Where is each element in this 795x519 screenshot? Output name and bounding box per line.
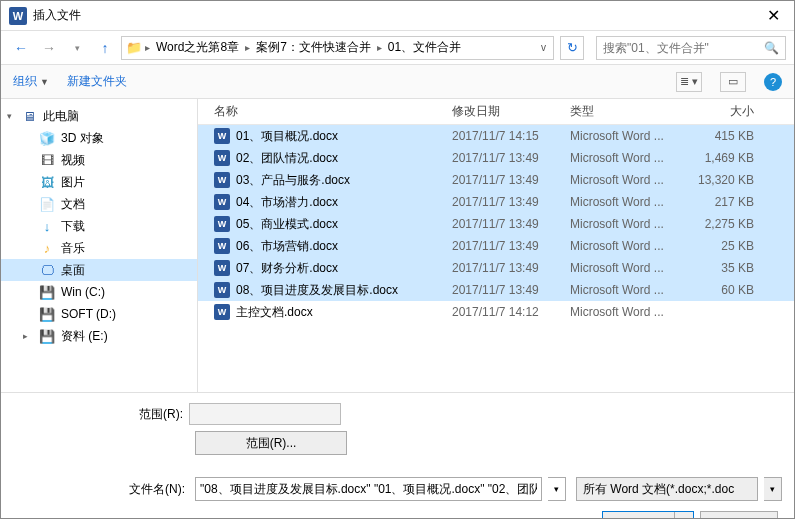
expand-icon[interactable]: ▸ [23, 331, 28, 341]
file-row[interactable]: W08、项目进度及发展目标.docx2017/11/7 13:49Microso… [198, 279, 794, 301]
word-doc-icon: W [214, 194, 230, 210]
filename-label: 文件名(N): [13, 481, 189, 498]
file-name: 03、产品与服务.docx [236, 172, 350, 189]
file-row[interactable]: W03、产品与服务.docx2017/11/7 13:49Microsoft W… [198, 169, 794, 191]
range-button[interactable]: 范围(R)... [195, 431, 347, 455]
navigation-sidebar: ▾🖥此电脑 🧊3D 对象 🎞视频 🖼图片 📄文档 ↓下载 ♪音乐 🖵桌面 💾Wi… [1, 99, 198, 392]
forward-button: → [37, 36, 61, 60]
word-doc-icon: W [214, 216, 230, 232]
document-icon: 📄 [39, 196, 55, 212]
word-icon: W [9, 7, 27, 25]
drive-icon: 💾 [39, 306, 55, 322]
file-row[interactable]: W04、市场潜力.docx2017/11/7 13:49Microsoft Wo… [198, 191, 794, 213]
back-button[interactable]: ← [9, 36, 33, 60]
search-input[interactable] [603, 41, 764, 55]
file-date: 2017/11/7 14:12 [452, 305, 570, 319]
breadcrumb-item[interactable]: 案例7：文件快速合并 [253, 37, 374, 58]
cancel-button[interactable]: 取消 [700, 511, 778, 519]
file-size: 60 KB [686, 283, 766, 297]
filename-dropdown-icon[interactable]: ▾ [548, 477, 566, 501]
sidebar-item-drive-c[interactable]: 💾Win (C:) [1, 281, 197, 303]
sidebar-item-this-pc[interactable]: ▾🖥此电脑 [1, 105, 197, 127]
sidebar-item-downloads[interactable]: ↓下载 [1, 215, 197, 237]
tools-menu[interactable]: 工具(L)▼ [528, 512, 596, 519]
word-doc-icon: W [214, 304, 230, 320]
file-date: 2017/11/7 14:15 [452, 129, 570, 143]
file-type: Microsoft Word ... [570, 151, 686, 165]
range-label: 范围(R): [13, 406, 189, 423]
filename-input[interactable] [200, 482, 537, 496]
word-doc-icon: W [214, 282, 230, 298]
preview-pane-button[interactable]: ▭ [720, 72, 746, 92]
insert-button[interactable]: 插入(S) ▼ [602, 511, 694, 519]
help-button[interactable]: ? [764, 73, 782, 91]
refresh-button[interactable]: ↻ [560, 36, 584, 60]
view-mode-button[interactable]: ≣ ▾ [676, 72, 702, 92]
newfolder-button[interactable]: 新建文件夹 [67, 73, 127, 90]
file-date: 2017/11/7 13:49 [452, 151, 570, 165]
address-dropdown-icon[interactable]: v [538, 42, 549, 53]
bottom-panel: 范围(R): 范围(R)... 文件名(N): ▾ 所有 Word 文档(*.d… [1, 392, 794, 519]
file-row[interactable]: W01、项目概况.docx2017/11/7 14:15Microsoft Wo… [198, 125, 794, 147]
file-row[interactable]: W主控文档.docx2017/11/7 14:12Microsoft Word … [198, 301, 794, 323]
file-row[interactable]: W02、团队情况.docx2017/11/7 13:49Microsoft Wo… [198, 147, 794, 169]
download-icon: ↓ [39, 218, 55, 234]
file-name: 07、财务分析.docx [236, 260, 338, 277]
filter-dropdown-icon[interactable]: ▾ [764, 477, 782, 501]
word-doc-icon: W [214, 172, 230, 188]
file-size: 1,469 KB [686, 151, 766, 165]
window-title: 插入文件 [33, 7, 761, 24]
search-box[interactable]: 🔍 [596, 36, 786, 60]
file-type: Microsoft Word ... [570, 261, 686, 275]
chevron-right-icon[interactable]: ▸ [144, 42, 151, 53]
sidebar-item-drive-e[interactable]: ▸💾资料 (E:) [1, 325, 197, 347]
insert-button-main[interactable]: 插入(S) [603, 512, 675, 519]
close-icon[interactable]: ✕ [761, 6, 786, 25]
sidebar-item-desktop[interactable]: 🖵桌面 [1, 259, 197, 281]
column-headers: 名称 修改日期 类型 大小 [198, 99, 794, 125]
file-date: 2017/11/7 13:49 [452, 283, 570, 297]
file-row[interactable]: W07、财务分析.docx2017/11/7 13:49Microsoft Wo… [198, 257, 794, 279]
sidebar-item-3d-objects[interactable]: 🧊3D 对象 [1, 127, 197, 149]
address-bar[interactable]: 📁 ▸ Word之光第8章 ▸ 案例7：文件快速合并 ▸ 01、文件合并 v [121, 36, 554, 60]
video-icon: 🎞 [39, 152, 55, 168]
file-type: Microsoft Word ... [570, 129, 686, 143]
file-type-filter[interactable]: 所有 Word 文档(*.docx;*.doc [576, 477, 758, 501]
breadcrumb-item[interactable]: 01、文件合并 [385, 37, 464, 58]
file-name: 主控文档.docx [236, 304, 313, 321]
chevron-right-icon[interactable]: ▸ [376, 42, 383, 53]
history-dropdown[interactable]: ▾ [65, 36, 89, 60]
expand-icon[interactable]: ▾ [7, 111, 12, 121]
search-icon[interactable]: 🔍 [764, 41, 779, 55]
range-input [189, 403, 341, 425]
filename-input-wrap[interactable] [195, 477, 542, 501]
file-row[interactable]: W05、商业模式.docx2017/11/7 13:49Microsoft Wo… [198, 213, 794, 235]
file-name: 06、市场营销.docx [236, 238, 338, 255]
breadcrumb-item[interactable]: Word之光第8章 [153, 37, 242, 58]
file-row[interactable]: W06、市场营销.docx2017/11/7 13:49Microsoft Wo… [198, 235, 794, 257]
up-button[interactable]: ↑ [93, 36, 117, 60]
sidebar-item-documents[interactable]: 📄文档 [1, 193, 197, 215]
word-doc-icon: W [214, 260, 230, 276]
file-date: 2017/11/7 13:49 [452, 195, 570, 209]
word-doc-icon: W [214, 128, 230, 144]
file-name: 02、团队情况.docx [236, 150, 338, 167]
sidebar-item-pictures[interactable]: 🖼图片 [1, 171, 197, 193]
file-size: 13,320 KB [686, 173, 766, 187]
file-list[interactable]: W01、项目概况.docx2017/11/7 14:15Microsoft Wo… [198, 125, 794, 392]
chevron-down-icon: ▼ [40, 77, 49, 87]
picture-icon: 🖼 [39, 174, 55, 190]
column-header-name[interactable]: 名称 [198, 103, 452, 120]
column-header-size[interactable]: 大小 [686, 103, 766, 120]
folder-icon: 📁 [126, 40, 142, 55]
file-name: 01、项目概况.docx [236, 128, 338, 145]
column-header-type[interactable]: 类型 [570, 103, 686, 120]
chevron-right-icon[interactable]: ▸ [244, 42, 251, 53]
sidebar-item-music[interactable]: ♪音乐 [1, 237, 197, 259]
sidebar-item-drive-d[interactable]: 💾SOFT (D:) [1, 303, 197, 325]
file-date: 2017/11/7 13:49 [452, 261, 570, 275]
organize-menu[interactable]: 组织▼ [13, 73, 49, 90]
sidebar-item-videos[interactable]: 🎞视频 [1, 149, 197, 171]
title-bar: W 插入文件 ✕ [1, 1, 794, 31]
column-header-date[interactable]: 修改日期 [452, 103, 570, 120]
